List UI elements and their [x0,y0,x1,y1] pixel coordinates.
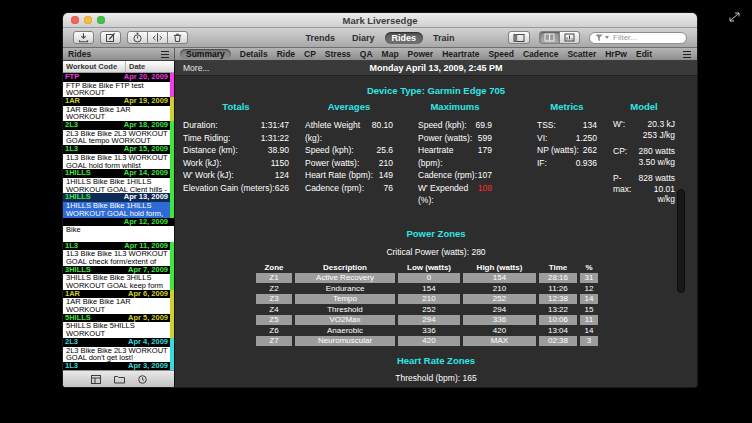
metric-row: Athlete Weight (kg):80.10 [305,119,393,144]
delete-ride-button[interactable] [167,31,188,44]
workout-description: 1L3 Bike Bike 1L3 WORKOUT GOAL check for… [63,250,174,266]
traffic-lights [71,16,105,24]
list-item[interactable]: Apr 12, 2009 Bike [63,218,174,242]
view-tab[interactable]: Diary [345,32,382,44]
zones-column-header: Low (watts) [398,263,460,272]
ride-color-stripe [170,145,174,169]
history-button[interactable] [138,375,147,384]
scrollbar-thumb[interactable] [677,189,685,293]
column-workout-code[interactable]: Workout Code [63,61,126,72]
view-tab[interactable]: Train [426,32,462,44]
zone-high-cell: 336 [463,315,536,325]
workout-code: 2L3 [65,121,78,130]
chart-tab[interactable]: Map [382,49,399,59]
chart-tab[interactable]: Edit [636,49,652,59]
zoom-button[interactable] [97,16,105,24]
workout-date: Apr 19, 2009 [124,97,168,106]
section-title: Model [613,101,675,112]
workout-description: 1AR Bike Bike 1AR WORKOUT GOAL easy spin… [63,106,174,122]
folder-button[interactable] [114,375,125,384]
sidebar-header: Rides [63,48,175,60]
ride-summary-panel: More... Monday April 13, 2009, 2:45 PM D… [175,61,697,387]
workout-header: 2L3 Apr 18, 2009 [63,121,174,130]
toggle-sidebar-button[interactable] [508,31,530,44]
split-time-button[interactable] [127,31,148,44]
zone-high-cell: 154 [463,273,536,283]
workout-header: 1L3 Apr 11, 2009 [63,242,174,251]
chart-tab[interactable]: Ride [277,49,295,59]
layout-button[interactable] [91,375,101,384]
model-section: Model W':20.3 kJ 253 J/kgCP:280 watts 3.… [613,101,675,211]
list-item[interactable]: 2L3 Apr 4, 2009 2L3 Bike Bike 2L3 WORKOU… [63,338,174,362]
sidebar-menu-icon[interactable] [161,51,169,58]
filter-caret-icon[interactable] [605,36,609,39]
workout-date: Apr 18, 2009 [124,121,168,130]
metric-row: Work (kJ):1150 [183,157,289,170]
chart-tab[interactable]: HrPw [605,49,627,59]
list-item[interactable]: 1L3 Apr 11, 2009 1L3 Bike Bike 1L3 WORKO… [63,242,174,266]
chart-tab[interactable]: Scatter [567,49,596,59]
workout-list: FTP Apr 20, 2009 FTP Bike Bike FTP test … [63,73,174,370]
section-title: Maximums [418,101,492,112]
metric-row: Time Riding:1:31:22 [183,132,289,145]
tabbed-view-button[interactable] [559,31,580,44]
totals-section: Totals Duration:1:31:47Time Riding:1:31:… [183,101,289,194]
list-item[interactable]: FTP Apr 20, 2009 FTP Bike Bike FTP test … [63,73,174,97]
zone-time-cell: 12:38 [539,294,577,304]
view-tab[interactable]: Rides [385,32,424,44]
zones-column-header: % [580,263,598,272]
column-date[interactable]: Date [126,62,145,71]
main-content: Workout Code Date FTP Apr 20, 2009 FTP B… [63,61,697,387]
chart-tab[interactable]: Details [240,49,268,59]
list-item[interactable]: 3HILLS Apr 7, 2009 3HILLS Bike Bike 3HIL… [63,266,174,290]
chart-tab[interactable]: Summary [180,49,231,59]
metric-row: Cadence (rpm):107 [418,169,492,182]
power-zones-table: ZoneDescriptionLow (watts)High (watts)Ti… [253,262,601,347]
metric-row: W' Work (kJ):124 [183,169,289,182]
chart-tab[interactable]: Power [408,49,434,59]
chart-tab[interactable]: Stress [325,49,351,59]
zone-low-cell: 210 [398,294,460,304]
zone-time-cell: 11:26 [539,284,577,294]
chart-tab[interactable]: Heartrate [442,49,479,59]
more-link[interactable]: More... [183,63,209,73]
list-item[interactable]: 1AR Apr 19, 2009 1AR Bike Bike 1AR WORKO… [63,97,174,121]
zone-percent-cell: 12 [580,284,598,294]
workout-date: Apr 11, 2009 [124,242,168,251]
list-item[interactable]: 1L3 Apr 15, 2009 1L3 Bike Bike 1L3 WORKO… [63,145,174,169]
window-title: Mark Liversedge [343,15,418,26]
workout-header: 3HILLS Apr 7, 2009 [63,266,174,275]
zones-column-header: Zone [256,263,292,272]
import-ride-button[interactable] [73,31,94,44]
filter-input[interactable] [611,32,687,43]
close-button[interactable] [71,16,79,24]
view-tab[interactable]: Trends [298,32,342,44]
zone-percent-cell: 14 [580,294,598,304]
view-switcher: Trends Diary Rides Train [298,32,461,44]
list-item[interactable]: 1AR Apr 6, 2009 1AR Bike Bike 1AR WORKOU… [63,290,174,314]
workout-code: 1HILLS [65,169,91,178]
zones-column-header: Description [295,263,395,272]
list-item[interactable]: 1HILLS Apr 13, 2009 1HILLS Bike Bike 1HI… [63,193,174,217]
ride-color-stripe [170,73,174,97]
chart-menu-icon[interactable] [683,51,691,58]
chart-tab[interactable]: CP [304,49,316,59]
workout-code: 1L3 [65,362,78,370]
zone-row: Z6 Anaerobic 336 420 13:04 14 [256,326,598,336]
list-item[interactable]: 5HILLS Apr 5, 2009 5HILLS Bike 5HILLS WO… [63,314,174,338]
minimize-button[interactable] [84,16,92,24]
list-item[interactable]: 1HILLS Apr 14, 2009 1HILLS Bike Bike 1HI… [63,169,174,193]
zone-row: Z1 Active Recovery 0 154 28:16 31 [256,273,598,283]
zone-high-cell: 210 [463,284,536,294]
chart-tab[interactable]: Cadence [523,49,558,59]
metric-row: Cadence (rpm):76 [305,182,393,195]
tiled-view-button[interactable] [539,31,560,44]
manual-entry-button[interactable] [100,31,121,44]
workout-header: 5HILLS Apr 5, 2009 [63,314,174,323]
list-item[interactable]: 2L3 Apr 18, 2009 2L3 Bike Bike 2L3 WORKO… [63,121,174,145]
list-item[interactable]: 1L3 Apr 3, 2009 [63,362,174,370]
metrics-section: Metrics TSS:134VI:1.250NP (watts):262IF:… [537,101,597,169]
split-ride-button[interactable] [147,31,168,44]
chart-tab[interactable]: QA [360,49,373,59]
chart-tab[interactable]: Speed [488,49,514,59]
